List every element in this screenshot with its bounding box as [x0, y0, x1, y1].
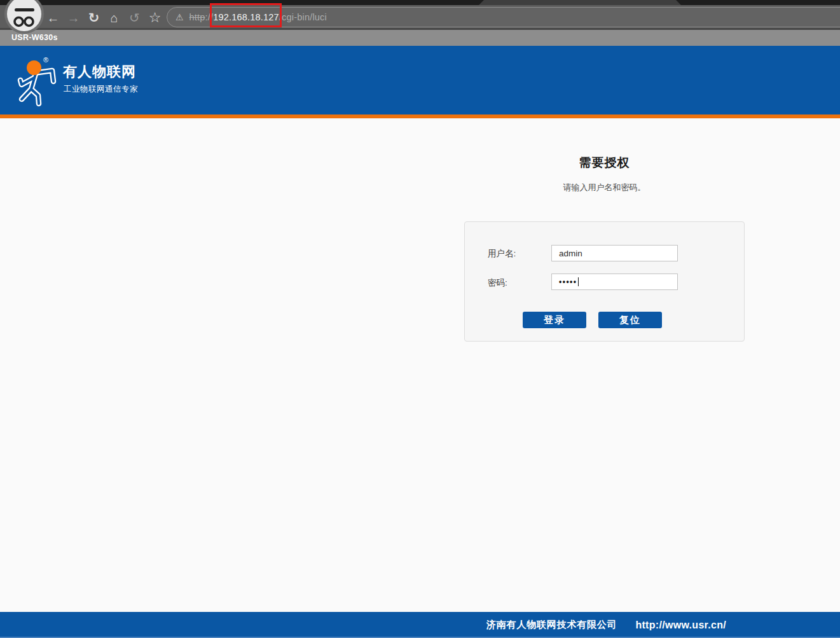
- footer-content: 济南有人物联网技术有限公司 http://www.usr.cn/: [486, 612, 726, 638]
- not-secure-warning-icon: ⚠: [176, 12, 184, 22]
- home-icon[interactable]: ⌂: [107, 11, 121, 24]
- page-footer: 济南有人物联网技术有限公司 http://www.usr.cn/: [0, 612, 840, 638]
- screen: ← → ↻ ⌂ ↺ ☆ ⚠ http://192.168.18.127/cgi-…: [0, 0, 840, 638]
- browser-tab[interactable]: [479, 0, 681, 5]
- brand-tagline: 工业物联网通信专家: [64, 84, 138, 95]
- incognito-icon: [4, 0, 44, 34]
- password-label: 密码:: [488, 277, 507, 289]
- brand-name: 有人物联网: [63, 62, 136, 81]
- forward-icon[interactable]: →: [66, 11, 81, 24]
- registered-mark: ®: [43, 56, 48, 64]
- password-masked-value: •••••: [559, 277, 577, 286]
- text-caret: [578, 277, 579, 286]
- reset-button[interactable]: 复位: [598, 312, 662, 328]
- nav-icons: ← → ↻ ⌂ ↺ ☆: [46, 5, 162, 30]
- browser-toolbar: ← → ↻ ⌂ ↺ ☆ ⚠ http://192.168.18.127/cgi-…: [0, 5, 840, 30]
- auth-title: 需要授权: [464, 155, 745, 171]
- url-scheme: http: [189, 12, 205, 22]
- login-button[interactable]: 登录: [523, 312, 586, 328]
- reload-icon[interactable]: ↻: [86, 11, 101, 24]
- undo-icon[interactable]: ↺: [127, 11, 142, 24]
- back-icon[interactable]: ←: [46, 11, 60, 24]
- usr-logo-icon: ®: [15, 53, 57, 107]
- device-hostname-bar: USR-W630s: [0, 30, 840, 46]
- url-path: /cgi-bin/luci: [279, 12, 327, 22]
- annotation-highlight-box: [210, 3, 282, 27]
- browser-tabstrip: [0, 0, 840, 5]
- company-name: 济南有人物联网技术有限公司: [486, 619, 617, 631]
- page-body: 需要授权 请输入用户名和密码。 用户名: 密码: ••••• 登录 复位: [0, 118, 840, 612]
- device-hostname: USR-W630s: [11, 33, 58, 42]
- login-panel: 用户名: 密码: ••••• 登录 复位: [464, 221, 745, 342]
- bookmark-icon[interactable]: ☆: [148, 11, 162, 25]
- username-label: 用户名:: [488, 248, 516, 260]
- brand-header: ® 有人物联网 工业物联网通信专家: [0, 46, 840, 114]
- username-input[interactable]: [551, 245, 678, 261]
- password-input[interactable]: •••••: [551, 274, 678, 290]
- auth-subtitle: 请输入用户名和密码。: [464, 182, 745, 193]
- company-website-link[interactable]: http://www.usr.cn/: [635, 620, 726, 631]
